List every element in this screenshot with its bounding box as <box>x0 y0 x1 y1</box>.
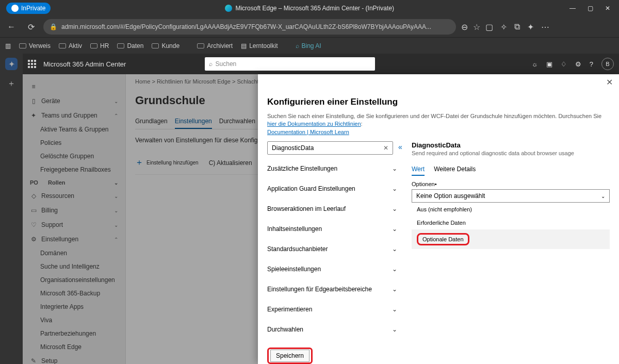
chevron-down-icon: ⌄ <box>392 306 397 313</box>
bookmark-item[interactable]: Verweis <box>19 42 51 49</box>
nav-viva[interactable]: Viva <box>23 313 125 327</box>
nav-domains[interactable]: Domänen <box>23 246 125 260</box>
more-details-tab[interactable]: Weitere Details <box>434 163 476 176</box>
bookmark-item[interactable]: Archiviert <box>197 42 233 49</box>
admin-search-input[interactable]: ⌕ Suchen <box>205 57 375 71</box>
refresh-button[interactable]: ⟳ <box>24 20 38 34</box>
maximize-button[interactable]: ▢ <box>586 5 594 12</box>
chevron-down-icon: ⌄ <box>392 225 397 233</box>
nav-policies[interactable]: Policies <box>23 136 125 150</box>
favorite-icon[interactable]: ☆ <box>473 22 480 32</box>
nav-devices[interactable]: ▯Geräte⌄ <box>23 94 125 108</box>
tab-settings[interactable]: Einstellungen <box>175 114 212 129</box>
nav-search-intelligence[interactable]: Suche und Intelligenz <box>23 260 125 273</box>
lock-icon: 🔒 <box>50 23 57 30</box>
collections-icon[interactable]: ⧉ <box>514 22 520 31</box>
minimize-button[interactable]: — <box>568 5 577 12</box>
nav-setup[interactable]: ✎Setup <box>23 354 125 364</box>
inprivate-icon <box>11 5 19 12</box>
category-item[interactable]: Standardsuchanbieter⌄ <box>267 239 400 259</box>
favorites-bar-icon[interactable]: ✧ <box>500 22 507 32</box>
nav-billing[interactable]: ▭Billing⌄ <box>23 203 125 218</box>
category-item[interactable]: Einstellungen für Edgearbeitsbereiche⌄ <box>267 279 400 300</box>
bell-icon[interactable]: ♢ <box>561 60 567 68</box>
app-launcher-icon[interactable] <box>28 60 36 68</box>
category-item[interactable]: Inhaltseinstellungen⌄ <box>267 219 400 239</box>
close-button[interactable]: ✕ <box>604 5 612 12</box>
url-text: admin.microsoft.com/#/Edge/PolicyConfigu… <box>61 23 431 30</box>
read-icon[interactable]: ▢ <box>485 22 493 32</box>
nav-m365-backup[interactable]: Microsoft 365-Backup <box>23 287 125 300</box>
admin-search-placeholder: Suchen <box>216 60 237 68</box>
doc-link-inline[interactable]: hier die Dokumentation zu Richtlinien <box>267 121 361 127</box>
nav-org-settings[interactable]: Organisationseinstellungen <box>23 273 125 287</box>
nav-deleted-groups[interactable]: Gelöschte Gruppen <box>23 150 125 163</box>
bookmarks-bar: ▥ Verweis Aktiv HR Daten Kunde Archivier… <box>0 37 619 54</box>
value-tab[interactable]: Wert <box>412 163 425 176</box>
tab-extensions[interactable]: Durchwahlen <box>219 114 255 129</box>
chevron-down-icon: ⌄ <box>392 326 397 333</box>
add-setting-button[interactable]: ＋Einstellung hinzufügen <box>135 157 199 168</box>
dropdown-option[interactable]: Aus (nicht empfohlen) <box>412 203 610 216</box>
megaphone-icon[interactable]: ▣ <box>546 60 552 68</box>
panel-close-button[interactable]: ✕ <box>606 77 613 87</box>
select-placeholder: Keine Option ausgewählt <box>416 192 485 200</box>
nav-toggle[interactable]: ≡ <box>23 79 125 94</box>
category-item[interactable]: Application Guard Einstellungen⌄ <box>267 179 400 199</box>
options-select[interactable]: Keine Option ausgewählt ⌄ <box>412 189 610 203</box>
search-value: DiagnosticData <box>272 144 314 152</box>
category-item[interactable]: Durchwahlen⌄ <box>267 320 400 340</box>
doc-link[interactable]: Documentation | Microsoft Learn <box>267 129 349 135</box>
category-item[interactable]: Browseraktionen im Leerlauf⌄ <box>267 199 400 219</box>
zoom-icon[interactable]: ⊖ <box>461 22 468 32</box>
setting-search-input[interactable]: DiagnosticData ✕ <box>267 141 393 155</box>
bookmark-item[interactable]: Kunde <box>152 42 180 49</box>
copilot-icon[interactable]: ✦ <box>5 58 18 70</box>
inprivate-label: InPrivate <box>21 5 45 12</box>
category-item[interactable]: Zusätzliche Einstellungen⌄ <box>267 159 400 179</box>
url-box[interactable]: 🔒 admin.microsoft.com/#/Edge/PolicyConfi… <box>43 19 456 35</box>
help-icon[interactable]: ? <box>590 60 593 68</box>
chevron-down-icon: ⌄ <box>392 185 397 192</box>
nav-roles[interactable]: PO Rollen⌄ <box>23 176 125 189</box>
bookmark-item[interactable]: HR <box>90 42 109 49</box>
add-tool-icon[interactable]: ＋ <box>5 77 18 90</box>
nav-ms-edge[interactable]: Microsoft Edge <box>23 340 125 354</box>
chevron-down-icon: ⌄ <box>392 165 397 172</box>
nav-shared-mailboxes[interactable]: Freigegebene Rnailboxes <box>23 163 125 176</box>
window-title: Microsoft Edge – Microsoft 365 Admin Cen… <box>235 5 394 12</box>
nav-partner[interactable]: Partnerbeziehungen <box>23 327 125 340</box>
category-item[interactable]: Experimentieren⌄ <box>267 300 400 320</box>
dropdown-option[interactable]: Erforderliche Daten <box>412 216 610 229</box>
inprivate-badge: InPrivate <box>6 3 51 14</box>
menu-icon[interactable]: ⋯ <box>541 22 549 32</box>
nav-support[interactable]: ♡Support⌄ <box>23 218 125 232</box>
panel-description: Suchen Sie nach einer Einstellung, die S… <box>267 112 610 136</box>
nav-active-teams[interactable]: Aktive Teams & Gruppen <box>23 123 125 136</box>
bookmark-item[interactable]: Aktiv <box>59 42 82 49</box>
back-button[interactable]: ← <box>4 20 19 34</box>
nav-integrated-apps[interactable]: Integrierte Apps <box>23 300 125 313</box>
collapse-arrow-icon[interactable]: « <box>396 143 404 151</box>
tab-basics[interactable]: Grundlagen <box>135 114 168 129</box>
sun-icon[interactable]: ☼ <box>532 60 538 68</box>
avatar[interactable]: B <box>601 58 614 70</box>
bookmark-item[interactable]: ▤ Lerntoolkit <box>241 42 278 49</box>
nav-resources[interactable]: ◇Ressourcen⌄ <box>23 189 125 203</box>
admin-center-title: Microsoft 365 Admin Center <box>43 60 126 68</box>
dropdown-option[interactable]: Optionale Daten <box>412 229 610 249</box>
nav-settings[interactable]: ⚙Einstellungen⌃ <box>23 232 125 246</box>
chevron-down-icon: ⌄ <box>601 193 605 199</box>
category-item[interactable]: Spieleeinstellungen⌄ <box>267 259 400 279</box>
nav-teams-groups[interactable]: ✦Teams und Gruppen⌃ <box>23 108 125 123</box>
gear-icon[interactable]: ⚙ <box>575 60 581 68</box>
save-button[interactable]: Speichern <box>270 350 310 362</box>
refresh-link[interactable]: C) Aktualisieren <box>209 159 252 167</box>
edge-logo-icon <box>225 5 232 12</box>
tab-actions-icon[interactable]: ▥ <box>5 42 11 49</box>
clear-search-icon[interactable]: ✕ <box>383 144 388 152</box>
bing-ai-link[interactable]: ⌕ Bing AI <box>296 42 321 49</box>
bookmark-item[interactable]: Daten <box>117 42 143 49</box>
panel-title: Konfigurieren einer Einstellung <box>267 97 610 107</box>
extensions-icon[interactable]: ✦ <box>527 22 534 32</box>
